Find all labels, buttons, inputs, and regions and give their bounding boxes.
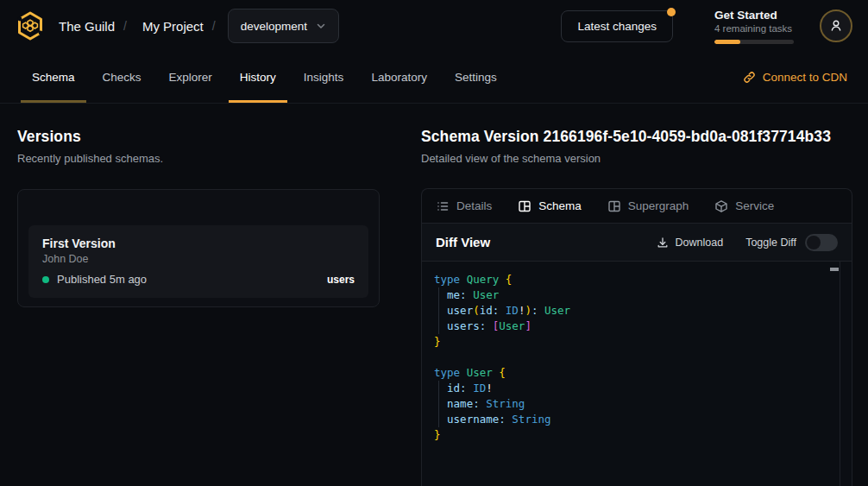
detail-tab-service[interactable]: Service <box>714 199 774 213</box>
indent-guide <box>438 396 439 412</box>
nav-tabs: SchemaChecksExplorerHistoryInsightsLabor… <box>21 52 508 103</box>
breadcrumb-separator: / <box>123 19 127 33</box>
code-line <box>434 350 827 365</box>
toggle-diff-wrap: Toggle Diff <box>745 234 838 251</box>
scrollbar-track[interactable] <box>840 262 840 486</box>
detail-tab-label: Supergraph <box>628 199 689 212</box>
latest-changes-button[interactable]: Latest changes <box>561 10 673 42</box>
guild-honeycomb-icon[interactable] <box>14 9 47 42</box>
versions-subtitle: Recently published schemas. <box>17 152 400 165</box>
versions-list-card: First VersionJohn DoePublished 5m agouse… <box>17 189 380 307</box>
code-line: type Query { <box>434 272 827 287</box>
connect-cdn-link[interactable]: Connect to CDN <box>743 52 847 103</box>
main-nav: SchemaChecksExplorerHistoryInsightsLabor… <box>0 52 868 104</box>
toggle-diff-switch[interactable] <box>805 234 838 251</box>
get-started-title: Get Started <box>714 9 794 22</box>
detail-tab-schema[interactable]: Schema <box>518 199 582 213</box>
header-right: Latest changes Get Started 4 remaining t… <box>561 9 852 44</box>
code-line: } <box>434 334 827 350</box>
version-detail-title: Schema Version 2166196f-5e10-4059-bd0a-0… <box>421 128 852 146</box>
version-detail-tabs: DetailsSchemaSupergraphService <box>422 189 852 224</box>
get-started-progress-bar <box>714 40 794 44</box>
versions-list: First VersionJohn DoePublished 5m agouse… <box>28 225 368 298</box>
notification-dot <box>667 8 676 16</box>
code-line: id: ID! <box>434 381 827 396</box>
top-header: The Guild / My Project / development Lat… <box>0 0 868 52</box>
avatar[interactable] <box>820 9 852 42</box>
published-status-dot <box>42 276 49 283</box>
version-author: John Doe <box>42 253 355 265</box>
version-list-item[interactable]: First VersionJohn DoePublished 5m agouse… <box>28 225 368 298</box>
schema-code-viewer[interactable]: type Query { me: User user(id: ID!): Use… <box>422 262 852 486</box>
version-name: First Version <box>42 237 355 250</box>
nav-tab-laboratory[interactable]: Laboratory <box>360 52 438 103</box>
columns-icon <box>518 199 531 213</box>
detail-tab-label: Schema <box>538 199 582 212</box>
version-service-badge: users <box>327 274 355 286</box>
code-line: users: [User] <box>434 319 827 334</box>
download-button[interactable]: Download <box>657 237 724 249</box>
app-root: The Guild / My Project / development Lat… <box>0 0 868 486</box>
indent-guide <box>438 303 439 319</box>
detail-tab-details[interactable]: Details <box>436 199 492 213</box>
download-label: Download <box>676 237 724 249</box>
download-icon <box>657 237 669 249</box>
person-icon <box>828 18 844 34</box>
get-started-widget[interactable]: Get Started 4 remaining tasks <box>714 9 794 44</box>
connect-cdn-label: Connect to CDN <box>763 71 847 84</box>
toggle-diff-knob <box>807 236 821 249</box>
columns-icon <box>607 199 621 213</box>
indent-guide <box>438 381 439 396</box>
version-detail-panel: Schema Version 2166196f-5e10-4059-bd0a-0… <box>421 128 852 486</box>
chevron-down-icon <box>316 21 326 31</box>
latest-changes-label: Latest changes <box>577 20 657 33</box>
header-left: The Guild / My Project / development <box>14 9 339 43</box>
nav-tab-explorer[interactable]: Explorer <box>158 52 223 103</box>
list-icon <box>436 199 450 213</box>
indent-guide <box>438 412 439 427</box>
code-line: username: String <box>434 412 827 427</box>
nav-tab-settings[interactable]: Settings <box>443 52 508 103</box>
nav-tab-history[interactable]: History <box>229 52 287 103</box>
version-detail-subtitle: Detailed view of the schema version <box>421 152 852 165</box>
main-content: Versions Recently published schemas. Fir… <box>0 104 868 486</box>
link-icon <box>743 71 756 84</box>
diff-view-title: Diff View <box>436 235 490 249</box>
diff-view-actions: Download Toggle Diff <box>657 234 838 251</box>
target-select-value: development <box>241 20 307 33</box>
scrollbar-thumb[interactable] <box>830 268 839 271</box>
diff-view-header: Diff View Download Toggle Diff <box>422 224 852 262</box>
code-line: name: String <box>434 396 827 412</box>
version-detail-card: DetailsSchemaSupergraphService Diff View… <box>421 188 852 486</box>
breadcrumb-separator: / <box>212 19 216 33</box>
code-line: user(id: ID!): User <box>434 303 827 319</box>
breadcrumb-project[interactable]: My Project <box>142 19 204 34</box>
versions-panel: Versions Recently published schemas. Fir… <box>17 128 400 486</box>
version-status: Published 5m ago <box>57 273 147 286</box>
get-started-subtitle: 4 remaining tasks <box>714 23 794 34</box>
toggle-diff-label: Toggle Diff <box>745 237 796 249</box>
target-select[interactable]: development <box>228 9 339 43</box>
cube-icon <box>714 199 728 213</box>
versions-title: Versions <box>17 128 400 146</box>
indent-guide <box>438 319 439 334</box>
code-line: me: User <box>434 287 827 303</box>
detail-tab-label: Details <box>456 199 492 212</box>
indent-guide <box>438 287 439 303</box>
detail-tab-supergraph[interactable]: Supergraph <box>607 199 689 213</box>
nav-tab-insights[interactable]: Insights <box>292 52 355 103</box>
code-line: type User { <box>434 365 827 381</box>
detail-tab-label: Service <box>735 199 774 212</box>
breadcrumb-org[interactable]: The Guild <box>59 19 115 34</box>
code-line: } <box>434 427 827 443</box>
get-started-progress-fill <box>714 40 740 44</box>
nav-tab-schema[interactable]: Schema <box>21 52 86 103</box>
nav-tab-checks[interactable]: Checks <box>91 52 153 103</box>
